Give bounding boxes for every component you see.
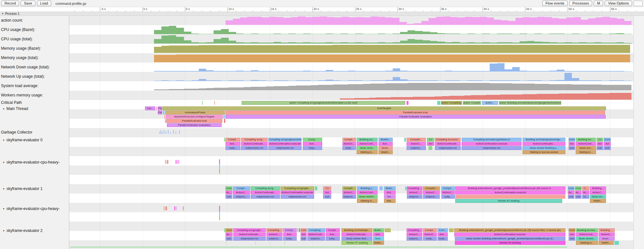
event-mark[interactable] xyxy=(219,216,220,220)
event-span[interactable]: Jav... xyxy=(384,195,396,199)
event-span[interactable]: Waiting to... xyxy=(357,199,378,203)
counter-chart-6[interactable] xyxy=(154,73,631,81)
event-span[interactable] xyxy=(224,228,225,232)
event-span[interactable] xyxy=(404,138,406,142)
event-span[interactable]: Act xyxy=(569,142,575,146)
event-span[interactable]: ActionConti... xyxy=(576,142,596,146)
event-span[interactable]: ActionC... xyxy=(590,191,606,194)
event-span[interactable]: ActionConti... xyxy=(576,233,598,236)
event-span[interactable]: Waiting to borrow worker xyxy=(523,150,565,154)
timeline-canvas[interactable]: action 'Compiling src/google/protobuf/de… xyxy=(69,16,633,249)
event-mark[interactable] xyxy=(168,130,168,134)
event-span[interactable]: Compilin... xyxy=(423,186,440,190)
event-span[interactable] xyxy=(315,186,317,190)
event-span[interactable]: ActionC... xyxy=(599,233,615,236)
event-span[interactable] xyxy=(385,228,391,232)
event-span[interactable] xyxy=(437,101,440,105)
event-span[interactable]: subprocess.run xyxy=(462,146,522,150)
event-span[interactable] xyxy=(214,101,215,105)
event-span[interactable]: Compil... xyxy=(326,228,340,232)
event-span[interactable] xyxy=(224,138,225,142)
event-span[interactable]: buildTargets xyxy=(162,106,606,110)
toolbar-button-save[interactable]: Save xyxy=(21,1,35,6)
event-span[interactable]: Com xyxy=(226,186,232,190)
event-span[interactable]: Build... xyxy=(384,186,396,190)
event-span[interactable]: Compili... xyxy=(342,186,356,190)
event-span[interactable]: subprocess.run xyxy=(251,195,280,199)
event-span[interactable]: Javac wo... xyxy=(590,195,606,199)
event-span[interactable]: ParallelEvaluator.eval xyxy=(166,119,222,123)
event-span[interactable]: ActionConti... xyxy=(357,142,378,146)
toolbar-button-view-options[interactable]: View Options xyxy=(605,1,632,6)
event-span[interactable]: Compil... xyxy=(441,186,455,190)
event-span[interactable]: ActionContinuation.execute xyxy=(462,142,522,146)
event-span[interactable]: Acti... xyxy=(226,142,240,146)
event-span[interactable]: sub xyxy=(575,195,582,199)
event-span[interactable]: sub xyxy=(323,195,331,199)
event-mark[interactable] xyxy=(219,211,220,216)
event-span[interactable]: Compiling src/google/protobuf/generat... xyxy=(268,138,302,142)
event-span[interactable]: subproc... xyxy=(266,237,283,241)
event-span[interactable]: Parallel Evaluator evaluation xyxy=(226,115,606,119)
event-span[interactable]: Worker #1 working xyxy=(455,199,562,203)
event-span[interactable]: sub xyxy=(301,237,307,241)
event-span[interactable]: Javac work... xyxy=(357,146,378,150)
event-span[interactable]: Compiling... xyxy=(266,228,283,232)
event-span[interactable] xyxy=(163,111,165,115)
event-mark[interactable] xyxy=(174,206,175,210)
event-span[interactable]: subprocess.run xyxy=(435,146,461,150)
process-header[interactable]: ▼ Process 1 xyxy=(0,12,644,16)
event-span[interactable]: ActionC... xyxy=(266,233,283,236)
event-mark[interactable] xyxy=(226,242,226,244)
event-span[interactable]: subp... xyxy=(303,146,322,150)
event-span[interactable]: Worker #7 working xyxy=(341,241,372,245)
event-span[interactable]: Javac worker Building s... xyxy=(523,146,565,150)
event-span[interactable]: Acti... xyxy=(384,191,396,194)
event-span[interactable]: Par xyxy=(158,106,162,110)
event-span[interactable]: Acti... xyxy=(283,233,297,236)
event-span[interactable] xyxy=(428,146,432,150)
event-span[interactable] xyxy=(224,119,225,123)
event-mark[interactable] xyxy=(165,206,166,210)
event-span[interactable]: Ac... xyxy=(575,191,582,194)
event-span[interactable]: subproc... xyxy=(307,237,325,241)
event-span[interactable]: su... xyxy=(582,195,589,199)
event-span[interactable]: Com xyxy=(226,228,233,232)
event-span[interactable]: ActionContinuation.execute xyxy=(281,191,314,194)
event-mark[interactable] xyxy=(161,130,161,134)
event-span[interactable]: Act xyxy=(301,233,307,236)
event-mark[interactable] xyxy=(255,242,256,244)
event-span[interactable] xyxy=(164,115,165,119)
event-span[interactable]: Com xyxy=(604,138,611,142)
event-span[interactable]: Waiting to... xyxy=(576,150,596,154)
event-span[interactable]: Compiling src/core/... xyxy=(435,138,461,142)
event-span[interactable]: Waiting to... xyxy=(357,150,378,154)
event-span[interactable]: Com xyxy=(569,138,575,142)
event-span[interactable]: Com... xyxy=(437,228,448,232)
event-span[interactable]: Ac... xyxy=(568,191,574,194)
event-span[interactable]: sub xyxy=(226,195,232,199)
event-span[interactable]: subprocess.run xyxy=(233,237,266,241)
event-span[interactable]: Act xyxy=(427,142,434,146)
toolbar-button-m[interactable]: M xyxy=(594,1,603,6)
event-span[interactable]: sub xyxy=(597,146,603,150)
event-span[interactable]: ActionContinuation.execute xyxy=(454,233,565,236)
event-span[interactable]: Compil... xyxy=(233,186,250,190)
event-span[interactable]: Compiling... xyxy=(407,228,422,232)
event-span[interactable]: ActionC... xyxy=(441,191,455,194)
event-span[interactable]: Compilin... xyxy=(407,138,426,142)
event-span[interactable]: Compi... xyxy=(283,228,297,232)
event-span[interactable]: Acti... xyxy=(373,233,384,236)
event-span[interactable]: ActionC... xyxy=(233,191,250,194)
event-span[interactable]: subp... xyxy=(342,146,356,150)
track-label-skyframe-evaluator-0[interactable]: ▼skyframe-evaluator 0 xyxy=(1,138,43,142)
event-mark[interactable] xyxy=(177,160,178,164)
event-span[interactable]: Ac... xyxy=(582,191,589,194)
track-label-skyframe-evaluator-cpu-heavy-1[interactable]: ▼skyframe-evaluator-cpu-heavy- xyxy=(1,160,60,164)
counter-chart-7[interactable] xyxy=(154,82,631,90)
event-span[interactable]: action... xyxy=(482,101,498,105)
event-mark[interactable] xyxy=(168,160,168,164)
time-ruler[interactable]: -5 s0 s5 s10 s15 s20 s25 s30 s35 s40 s45… xyxy=(69,7,644,12)
event-span[interactable]: Acti... xyxy=(326,233,340,236)
event-span[interactable]: Javac wor... xyxy=(576,146,596,150)
